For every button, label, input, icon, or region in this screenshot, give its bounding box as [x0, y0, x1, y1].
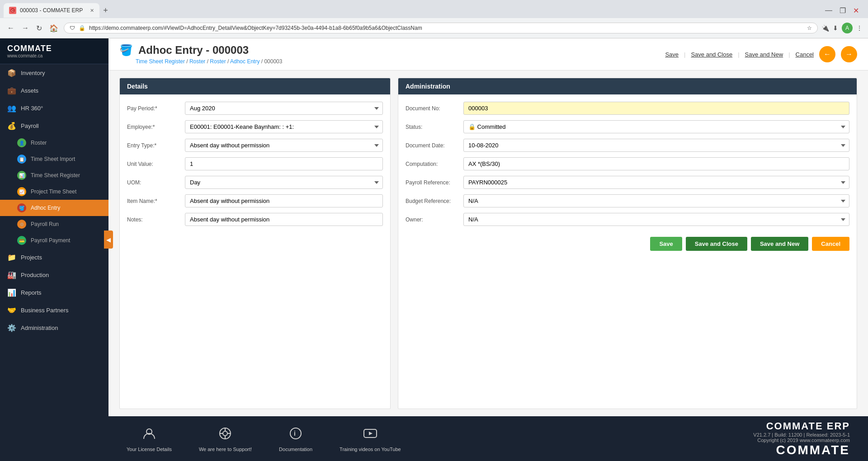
sidebar-item-roster[interactable]: 👤 Roster: [0, 135, 108, 151]
owner-select[interactable]: N/A: [463, 213, 849, 226]
sidebar-item-adhoc-entry-label: Adhoc Entry: [31, 205, 60, 211]
download-button[interactable]: ⬇: [833, 24, 838, 32]
refresh-button[interactable]: ↻: [34, 22, 44, 34]
breadcrumb-roster2[interactable]: Roster: [210, 58, 226, 65]
timesheet-import-icon: 📋: [17, 155, 26, 164]
breadcrumb-roster1[interactable]: Roster: [189, 58, 205, 65]
sidebar-toggle-button[interactable]: ◀: [104, 230, 113, 249]
window-minimize-button[interactable]: —: [823, 5, 834, 17]
bottom-docs-item[interactable]: i Documentation: [279, 426, 312, 452]
svg-point-9: [290, 428, 301, 439]
license-label: Your License Details: [127, 447, 172, 452]
url-bar[interactable]: 🛡 🔒 https://demo.commateerp.com/#ViewID=…: [64, 23, 818, 33]
sidebar-item-timesheet-register[interactable]: 📊 Time Sheet Register: [0, 167, 108, 183]
details-tab-label: Details: [127, 83, 148, 90]
header-save-close-button[interactable]: Save and Close: [691, 51, 732, 58]
sidebar-item-administration[interactable]: ⚙️ Administration: [0, 319, 108, 337]
save-close-button[interactable]: Save and Close: [686, 237, 747, 251]
uom-select[interactable]: Day: [185, 176, 383, 189]
admin-panel-header: Administration: [398, 78, 857, 94]
profile-button[interactable]: A: [842, 23, 853, 33]
support-icon: [218, 426, 232, 444]
sidebar-item-payroll-payment-label: Payroll Payment: [31, 237, 70, 244]
sidebar-item-reports[interactable]: 📊 Reports: [0, 284, 108, 301]
bottom-version: V21.2.7 | Build: 11200 | Released: 2023-…: [753, 432, 850, 437]
back-button[interactable]: ←: [5, 22, 16, 34]
prev-record-button[interactable]: ←: [819, 46, 835, 62]
forward-button[interactable]: →: [20, 22, 31, 34]
header-save-button[interactable]: Save: [665, 51, 679, 58]
doc-date-select[interactable]: 10-08-2020: [463, 139, 849, 152]
doc-date-label: Document Date:: [406, 142, 460, 149]
production-icon: 🏭: [7, 271, 16, 279]
bottom-support-item[interactable]: We are here to Support!: [199, 426, 252, 452]
bottom-license-item[interactable]: Your License Details: [127, 426, 172, 452]
cancel-button[interactable]: Cancel: [812, 237, 849, 251]
tab-close-button[interactable]: ✕: [90, 8, 94, 14]
sidebar-item-business-partners[interactable]: 🤝 Business Partners: [0, 301, 108, 319]
sidebar-item-assets[interactable]: 💼 Assets: [0, 82, 108, 99]
address-bar: ← → ↻ 🏠 🛡 🔒 https://demo.commateerp.com/…: [0, 18, 868, 38]
menu-button[interactable]: ⋮: [856, 24, 863, 32]
payroll-ref-field: PAYRN000025: [463, 176, 849, 189]
page-header: 🪣 Adhoc Entry - 000003 Time Sheet Regist…: [108, 38, 868, 71]
sidebar-item-payroll[interactable]: 💰 Payroll: [0, 117, 108, 135]
browser-tab[interactable]: C 000003 - COMMATE ERP ✕: [4, 3, 99, 18]
new-tab-button[interactable]: +: [103, 6, 108, 15]
project-timesheet-icon: 📈: [17, 187, 26, 196]
sidebar-item-payroll-run[interactable]: ⚙ Payroll Run: [0, 216, 108, 232]
sidebar-item-projects-label: Projects: [21, 254, 42, 261]
computation-label: Computation:: [406, 161, 460, 167]
sidebar-item-timesheet-import[interactable]: 📋 Time Sheet Import: [0, 151, 108, 167]
bottom-bar: Your License Details We are here: [108, 416, 868, 461]
app-layout: COMMATE www.commate.ca 📦 Inventory 💼 Ass…: [0, 38, 868, 461]
sidebar-item-hr360[interactable]: 👥 HR 360°: [0, 99, 108, 117]
pay-period-field: Aug 2020: [185, 102, 383, 115]
sidebar-item-project-timesheet[interactable]: 📈 Project Time Sheet: [0, 183, 108, 200]
item-name-input[interactable]: [185, 194, 383, 207]
save-new-button[interactable]: Save and New: [751, 237, 808, 251]
owner-field: N/A: [463, 213, 849, 226]
save-button[interactable]: Save: [650, 237, 682, 251]
bottom-youtube-item[interactable]: Training videos on YouTube: [340, 426, 401, 452]
header-cancel-button[interactable]: Cancel: [796, 51, 814, 58]
payroll-payment-icon: 💳: [17, 236, 26, 245]
budget-ref-select[interactable]: N/A: [463, 194, 849, 207]
notes-row: Notes:: [127, 213, 383, 226]
entry-type-select[interactable]: Absent day without permission: [185, 139, 383, 152]
employee-select[interactable]: E00001: E00001-Keane Baynham: : +1:: [185, 120, 383, 133]
sidebar-item-assets-label: Assets: [21, 87, 38, 94]
logo-text: COMMATE: [7, 44, 101, 53]
details-panel: Details Pay Period:* Aug 2020 Employee:*: [119, 78, 391, 409]
next-record-button[interactable]: →: [841, 46, 857, 62]
doc-no-input[interactable]: [463, 102, 849, 115]
status-select[interactable]: 🔒 Committed: [463, 120, 849, 133]
header-save-new-button[interactable]: Save and New: [745, 51, 783, 58]
extensions-button[interactable]: 🔌: [821, 24, 829, 32]
breadcrumb-current: 000003: [264, 58, 282, 65]
sidebar-item-payroll-payment[interactable]: 💳 Payroll Payment: [0, 232, 108, 249]
budget-ref-label: Budget Reference:: [406, 198, 460, 204]
pay-period-select[interactable]: Aug 2020: [185, 102, 383, 115]
computation-input[interactable]: [463, 157, 849, 170]
sidebar-item-adhoc-entry[interactable]: 🪣 Adhoc Entry: [0, 200, 108, 216]
sidebar-item-projects[interactable]: 📁 Projects: [0, 249, 108, 266]
admin-tab-label: Administration: [406, 83, 450, 90]
home-button[interactable]: 🏠: [47, 22, 60, 34]
owner-label: Owner:: [406, 216, 460, 223]
unit-value-input[interactable]: [185, 157, 383, 170]
breadcrumb-adhoc-entry[interactable]: Adhoc Entry: [230, 58, 259, 65]
docs-icon: i: [288, 426, 303, 444]
sidebar-item-production[interactable]: 🏭 Production: [0, 266, 108, 284]
projects-icon: 📁: [7, 253, 16, 262]
notes-input[interactable]: [185, 213, 383, 226]
window-close-button[interactable]: ✕: [851, 5, 861, 17]
window-maximize-button[interactable]: ❐: [838, 5, 848, 17]
sidebar-item-roster-label: Roster: [31, 140, 47, 146]
payroll-ref-select[interactable]: PAYRN000025: [463, 176, 849, 189]
bottom-bar-items: Your License Details We are here: [127, 426, 401, 452]
lock-icon: 🔒: [79, 25, 85, 31]
star-icon[interactable]: ☆: [807, 25, 812, 31]
sidebar-item-inventory[interactable]: 📦 Inventory: [0, 64, 108, 82]
breadcrumb-timesheet-register[interactable]: Time Sheet Register: [136, 58, 185, 65]
